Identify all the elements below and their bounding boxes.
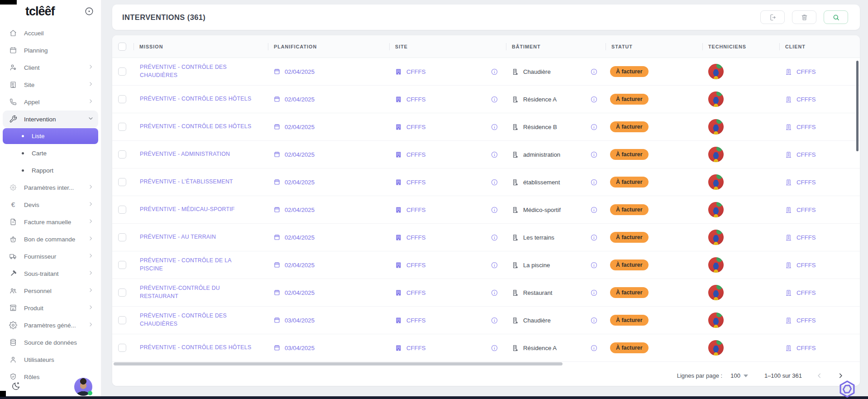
technician-avatar[interactable] <box>708 230 724 245</box>
sidebar-item-bon-de-commande[interactable]: Bon de commande <box>3 231 98 248</box>
site-link[interactable]: CFFFS <box>406 151 426 158</box>
client-link[interactable]: CFFFS <box>796 179 816 186</box>
sidebar-collapse-button[interactable] <box>83 5 95 17</box>
sidebar-item-appel[interactable]: Appel <box>3 93 98 111</box>
column-header-batiment[interactable]: BÂTIMENT <box>506 35 606 58</box>
sidebar-item-parametres-inter[interactable]: Paramètres inter... <box>3 179 98 196</box>
technician-avatar[interactable] <box>708 312 724 328</box>
info-icon[interactable] <box>491 289 498 297</box>
sidebar-item-fournisseur[interactable]: Fournisseur <box>3 248 98 265</box>
site-link[interactable]: CFFFS <box>406 179 426 186</box>
row-checkbox[interactable] <box>118 206 126 214</box>
sidebar-subitem-liste[interactable]: Liste <box>3 128 98 144</box>
client-link[interactable]: CFFFS <box>796 317 816 324</box>
sidebar-item-facture-manuelle[interactable]: Facture manuelle <box>3 213 98 231</box>
sidebar-item-produit[interactable]: Produit <box>3 299 98 317</box>
info-icon[interactable] <box>491 344 498 352</box>
row-checkbox[interactable] <box>118 123 126 131</box>
next-page-button[interactable] <box>837 372 844 380</box>
technician-avatar[interactable] <box>708 174 724 190</box>
site-link[interactable]: CFFFS <box>406 289 426 296</box>
row-checkbox[interactable] <box>118 150 126 159</box>
rows-per-page-select[interactable]: 100 <box>730 372 748 379</box>
technician-avatar[interactable] <box>708 285 724 300</box>
mission-link[interactable]: PRÉVENTIVE - CONTRÔLE DES CHAUDIÈRES <box>140 63 254 80</box>
search-button[interactable] <box>824 10 848 24</box>
info-icon[interactable] <box>491 123 498 131</box>
info-icon[interactable] <box>491 68 498 76</box>
info-icon[interactable] <box>491 96 498 103</box>
technician-avatar[interactable] <box>708 119 724 135</box>
info-icon[interactable] <box>590 261 598 269</box>
client-link[interactable]: CFFFS <box>796 207 816 213</box>
column-header-planification[interactable]: PLANIFICATION <box>268 35 389 58</box>
row-checkbox[interactable] <box>118 178 126 186</box>
mission-link[interactable]: PRÉVENTIVE - CONTRÔLE DES CHAUDIÈRES <box>140 312 254 328</box>
row-checkbox[interactable] <box>118 344 126 352</box>
info-icon[interactable] <box>491 234 498 241</box>
sidebar-item-intervention[interactable]: Intervention <box>3 111 98 128</box>
technician-avatar[interactable] <box>708 147 724 162</box>
select-all-checkbox[interactable] <box>118 43 126 51</box>
technician-avatar[interactable] <box>708 91 724 107</box>
sidebar-item-parametres-gene[interactable]: Paramètres géné... <box>3 317 98 334</box>
client-link[interactable]: CFFFS <box>796 124 816 130</box>
technician-avatar[interactable] <box>708 257 724 273</box>
info-icon[interactable] <box>590 317 598 324</box>
export-button[interactable] <box>760 10 785 24</box>
sidebar-item-personnel[interactable]: Personnel <box>3 282 98 299</box>
info-icon[interactable] <box>590 96 598 103</box>
row-checkbox[interactable] <box>118 67 126 76</box>
previous-page-button[interactable] <box>816 372 823 380</box>
info-icon[interactable] <box>590 151 598 159</box>
mission-link[interactable]: PRÉVENTIVE - L'ÉTABLISSEMENT <box>140 178 233 186</box>
info-icon[interactable] <box>590 234 598 241</box>
mission-link[interactable]: PRÉVENTIVE-CONTRÔLE DU RESTAURANT <box>140 284 254 301</box>
info-icon[interactable] <box>590 289 598 297</box>
column-header-techniciens[interactable]: TECHNICIENS <box>702 35 779 58</box>
row-checkbox[interactable] <box>118 95 126 103</box>
site-link[interactable]: CFFFS <box>406 345 426 351</box>
dark-mode-toggle[interactable] <box>11 381 21 393</box>
info-icon[interactable] <box>491 178 498 186</box>
delete-button[interactable] <box>792 10 816 24</box>
user-avatar[interactable] <box>74 378 92 396</box>
mission-link[interactable]: PRÉVENTIVE - AU TERRAIN <box>140 233 216 241</box>
vertical-scrollbar[interactable] <box>856 61 858 151</box>
info-icon[interactable] <box>590 123 598 131</box>
mission-link[interactable]: PRÉVENTIVE - CONTRÔLE DE LA PISCINE <box>140 257 254 273</box>
horizontal-scrollbar[interactable] <box>114 362 563 365</box>
site-link[interactable]: CFFFS <box>406 124 426 130</box>
client-link[interactable]: CFFFS <box>796 289 816 296</box>
sidebar-item-utilisateurs[interactable]: Utilisateurs <box>3 351 98 368</box>
column-header-mission[interactable]: MISSION <box>134 35 268 58</box>
sidebar-item-site[interactable]: Site <box>3 76 98 93</box>
client-link[interactable]: CFFFS <box>796 234 816 241</box>
client-link[interactable]: CFFFS <box>796 151 816 158</box>
mission-link[interactable]: PRÉVENTIVE - CONTRÔLE DES HÔTELS <box>140 95 251 103</box>
info-icon[interactable] <box>491 261 498 269</box>
mission-link[interactable]: PRÉVENTIVE - ADMINISTRATION <box>140 150 230 159</box>
info-icon[interactable] <box>491 151 498 159</box>
technician-avatar[interactable] <box>708 202 724 217</box>
info-icon[interactable] <box>590 344 598 352</box>
technician-avatar[interactable] <box>708 340 724 356</box>
sidebar-subitem-rapport[interactable]: Rapport <box>3 162 98 179</box>
mission-link[interactable]: PRÉVENTIVE - CONTRÔLE DES HÔTELS <box>140 344 251 352</box>
site-link[interactable]: CFFFS <box>406 234 426 241</box>
column-header-site[interactable]: SITE <box>389 35 506 58</box>
mission-link[interactable]: PRÉVENTIVE - CONTRÔLE DES HÔTELS <box>140 123 251 131</box>
client-link[interactable]: CFFFS <box>796 96 816 103</box>
mission-link[interactable]: PRÉVENTIVE - MÉDICAU-SPORTIF <box>140 206 235 214</box>
column-header-statut[interactable]: STATUT <box>606 35 702 58</box>
site-link[interactable]: CFFFS <box>406 96 426 103</box>
sidebar-item-accueil[interactable]: Accueil <box>3 24 98 42</box>
site-link[interactable]: CFFFS <box>406 207 426 213</box>
info-icon[interactable] <box>590 178 598 186</box>
row-checkbox[interactable] <box>118 316 126 324</box>
client-link[interactable]: CFFFS <box>796 262 816 269</box>
column-header-client[interactable]: CLIENT <box>779 35 860 58</box>
sidebar-item-sous-traitant[interactable]: Sous-traitant <box>3 265 98 282</box>
info-icon[interactable] <box>590 68 598 76</box>
site-link[interactable]: CFFFS <box>406 68 426 75</box>
